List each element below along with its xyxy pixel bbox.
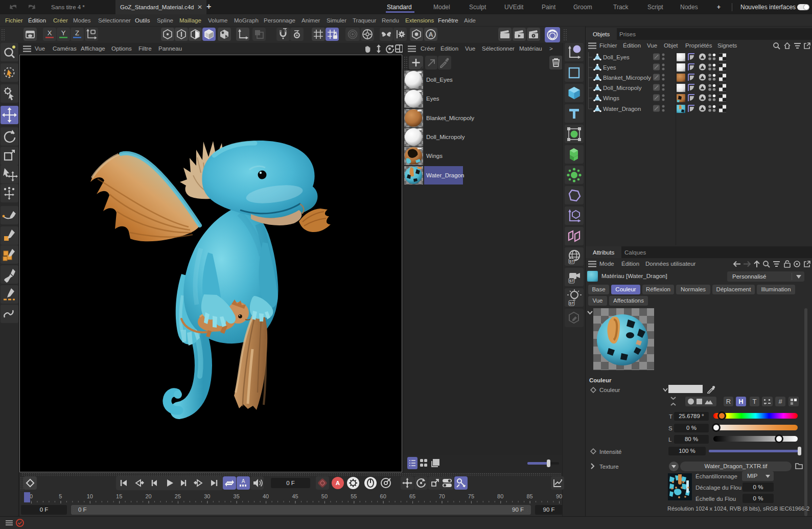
svg-text:20: 20	[145, 493, 151, 499]
svg-text:A: A	[429, 31, 433, 38]
svg-text:ST: ST	[569, 279, 574, 283]
svg-text:ST: ST	[569, 260, 574, 263]
svg-text:X: X	[48, 29, 52, 37]
svg-text:15: 15	[116, 493, 122, 499]
svg-text:35: 35	[234, 493, 240, 499]
svg-text:Z: Z	[75, 29, 79, 37]
svg-text:ST: ST	[569, 302, 574, 305]
svg-text:50: 50	[321, 493, 328, 499]
svg-text:Y: Y	[61, 29, 66, 37]
svg-text:25: 25	[175, 493, 181, 499]
svg-text:60: 60	[380, 493, 386, 499]
svg-text:55: 55	[351, 493, 357, 499]
svg-text:5: 5	[59, 493, 62, 499]
svg-text:10: 10	[87, 493, 93, 499]
svg-text:45: 45	[292, 493, 298, 499]
svg-text:75: 75	[468, 493, 474, 499]
svg-text:30: 30	[204, 493, 210, 499]
svg-text:90: 90	[556, 493, 562, 499]
svg-text:80: 80	[497, 493, 503, 499]
svg-text:65: 65	[409, 493, 415, 499]
svg-text:70: 70	[438, 493, 445, 499]
svg-text:40: 40	[263, 493, 269, 499]
svg-text:A: A	[242, 478, 245, 484]
svg-text:85: 85	[526, 493, 532, 499]
